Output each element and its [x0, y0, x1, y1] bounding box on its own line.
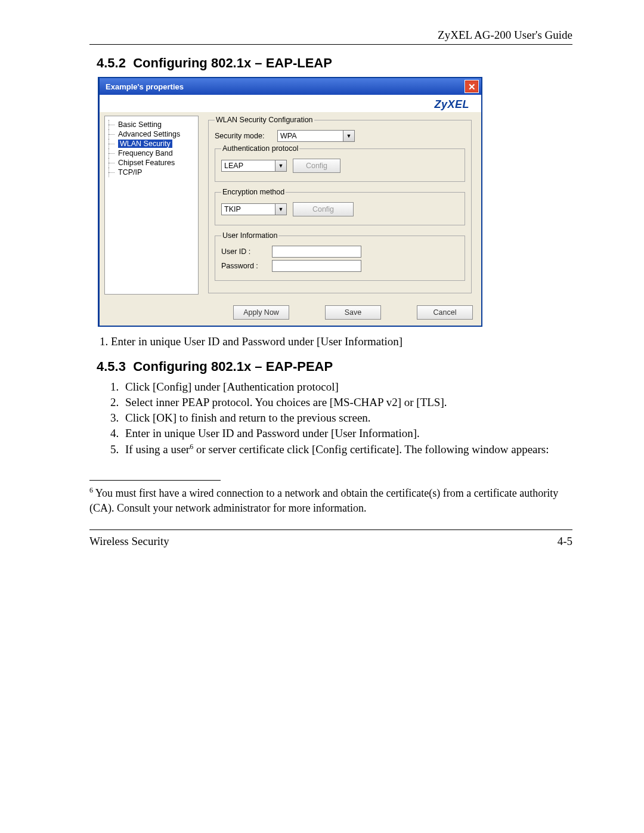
footer-left: Wireless Security [89, 535, 169, 548]
tree-item-label: Basic Setting [118, 120, 162, 129]
section-453-steps: Click [Config] under [Authentication pro… [111, 380, 572, 456]
brand-row: ZyXEL [100, 95, 481, 112]
user-info-group: User Information User ID : Password : [215, 231, 465, 281]
auth-config-button[interactable]: Config [293, 159, 340, 173]
user-id-field[interactable] [272, 246, 361, 258]
list-item: Enter in unique User ID and Password und… [122, 427, 572, 440]
header-rule [89, 44, 572, 45]
tree-item-label: Advanced Settings [118, 130, 180, 138]
chevron-down-icon: ▼ [275, 160, 286, 171]
footer-right: 4-5 [558, 535, 572, 548]
encryption-select[interactable]: TKIP ▼ [221, 203, 287, 215]
encryption-value: TKIP [224, 205, 241, 213]
tree-item-label: WLAN Security [118, 140, 172, 148]
password-label: Password : [221, 262, 266, 270]
tree-item-chipset[interactable]: Chipset Features [107, 158, 196, 168]
list-item: Enter in unique User ID and Password und… [111, 335, 572, 348]
tree-item-tcpip[interactable]: TCP/IP [107, 168, 196, 177]
dialog-title: Example's properties [106, 82, 184, 91]
dialog-titlebar[interactable]: Example's properties ✕ [100, 78, 481, 95]
tree-item-basic[interactable]: Basic Setting [107, 120, 196, 129]
encryption-group: Encryption method TKIP ▼ Config [215, 188, 465, 225]
tree-item-advanced[interactable]: Advanced Settings [107, 129, 196, 139]
chevron-down-icon: ▼ [275, 204, 286, 215]
auth-legend: Authentication protocol [221, 144, 299, 153]
doc-header: ZyXEL AG-200 User's Guide [89, 29, 572, 42]
auth-protocol-group: Authentication protocol LEAP ▼ Config [215, 144, 465, 182]
user-id-label: User ID : [221, 247, 266, 256]
save-button[interactable]: Save [325, 305, 381, 320]
user-legend: User Information [221, 231, 278, 240]
auth-protocol-select[interactable]: LEAP ▼ [221, 160, 287, 172]
tree-item-label: TCP/IP [118, 168, 142, 176]
section-452-steps: Enter in unique User ID and Password und… [111, 335, 572, 348]
cancel-button[interactable]: Cancel [417, 305, 473, 320]
footnote-rule [89, 480, 221, 481]
footnote-text: You must first have a wired connection t… [89, 487, 558, 513]
password-field[interactable] [272, 260, 361, 272]
step5-part-a: If using a user [125, 443, 190, 456]
chevron-down-icon: ▼ [343, 131, 354, 141]
list-item: Select inner PEAP protocol. You choices … [122, 396, 572, 409]
section-453-heading: 4.5.3 Configuring 802.1x – EAP-PEAP [97, 359, 572, 374]
settings-tree[interactable]: Basic Setting Advanced Settings WLAN Sec… [104, 116, 199, 295]
wlan-security-group: WLAN Security Configuration Security mod… [208, 116, 472, 293]
list-item: Click [Config] under [Authentication pro… [122, 380, 572, 394]
list-item: Click [OK] to finish and return to the p… [122, 411, 572, 425]
brand-logo: ZyXEL [434, 98, 469, 110]
properties-dialog: Example's properties ✕ ZyXEL Basic Setti… [98, 77, 482, 327]
security-mode-label: Security mode: [215, 132, 271, 140]
list-item: If using a user6 or server certificate c… [122, 442, 572, 456]
close-icon[interactable]: ✕ [465, 80, 479, 93]
tree-item-label: Frequency Band [118, 149, 173, 157]
tree-item-frequency[interactable]: Frequency Band [107, 148, 196, 158]
step5-part-b: or server certificate click [Config cert… [193, 443, 549, 456]
enc-legend: Encryption method [221, 188, 286, 196]
wlan-group-legend: WLAN Security Configuration [215, 116, 314, 124]
tree-item-label: Chipset Features [118, 159, 175, 167]
security-mode-select[interactable]: WPA ▼ [277, 130, 355, 142]
enc-config-button[interactable]: Config [293, 202, 354, 216]
section-452-number: 4.5.2 [97, 55, 126, 70]
auth-protocol-value: LEAP [224, 162, 243, 170]
security-mode-value: WPA [280, 132, 297, 140]
apply-now-button[interactable]: Apply Now [233, 305, 289, 320]
footnote: 6 You must first have a wired connection… [89, 485, 572, 515]
section-453-title: Configuring 802.1x – EAP-PEAP [133, 359, 333, 374]
section-452-title: Configuring 802.1x – EAP-LEAP [133, 55, 332, 70]
tree-item-wlan-security[interactable]: WLAN Security [107, 139, 196, 148]
section-452-heading: 4.5.2 Configuring 802.1x – EAP-LEAP [97, 55, 572, 71]
footer-rule [89, 529, 572, 530]
section-453-number: 4.5.3 [97, 359, 126, 374]
